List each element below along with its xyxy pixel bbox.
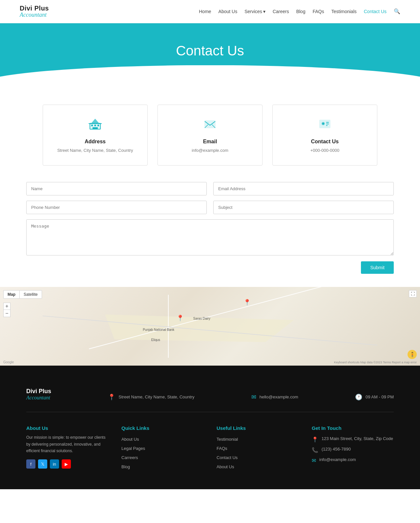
address-detail: Street Name, City Name, State, Country (53, 147, 137, 154)
nav-services[interactable]: Services ▾ (244, 9, 265, 14)
map-zoom-controls: + − (3, 303, 10, 317)
contact-card: Contact Us +000-000-0000 (272, 105, 377, 166)
contact-icon (283, 117, 367, 134)
footer-top-bar: Divi Plus Accountant 📍 Street Name, City… (26, 382, 394, 412)
svg-rect-8 (205, 121, 215, 128)
clock-icon: 🕐 (355, 393, 362, 401)
linkedin-button[interactable]: in (50, 459, 59, 469)
list-item: Contact Us (217, 454, 299, 460)
useful-link-testimonial[interactable]: Testimonial (217, 437, 238, 442)
useful-link-contact[interactable]: Contact Us (217, 455, 238, 460)
location-icon: 📍 (108, 393, 115, 401)
map-tabs: Map Satellite (3, 290, 42, 299)
chevron-down-icon: ▾ (263, 9, 265, 14)
map-watermark: Google (3, 360, 14, 364)
footer-about-col: About Us Our mission is simple: to empow… (26, 425, 108, 473)
address-title: Address (53, 139, 137, 145)
map-section: Map Satellite + − 📍 📍 Saras Dairy Punjab… (0, 287, 420, 366)
hero-title: Contact Us (7, 43, 413, 59)
map-label-saras: Saras Dairy (193, 317, 210, 320)
site-header: Divi Plus Accountant Home About Us Servi… (0, 0, 420, 23)
message-input[interactable] (26, 219, 394, 255)
contact-title: Contact Us (283, 139, 367, 145)
footer-get-in-touch-title: Get In Touch (312, 425, 394, 431)
map-pin-1: 📍 (177, 314, 184, 322)
zoom-out-button[interactable]: − (3, 310, 10, 317)
footer-email-text: hello@example.com (260, 394, 298, 399)
footer-hours-text: 09 AM - 09 PM (366, 394, 394, 399)
map-tab-map[interactable]: Map (3, 290, 20, 299)
logo-sub: Accountant (20, 12, 49, 18)
nav-testimonials[interactable]: Testimonials (331, 9, 357, 14)
logo-name: Divi Plus (20, 5, 49, 12)
list-item: FAQs (217, 445, 299, 451)
footer-contact-address: 📍 123 Main Street, City, State, Zip Code (312, 436, 394, 443)
list-item: Testimonial (217, 436, 299, 442)
contact-form: Submit (26, 182, 394, 274)
address-icon (53, 117, 137, 134)
footer-contact-email: ✉ info@example.com (312, 457, 394, 464)
email-detail: info@example.com (168, 147, 252, 154)
useful-link-about[interactable]: About Us (217, 464, 234, 469)
logo[interactable]: Divi Plus Accountant (20, 5, 49, 18)
contact-form-section: Submit (0, 179, 420, 287)
facebook-button[interactable]: f (26, 459, 35, 469)
subject-input[interactable] (213, 201, 394, 214)
map-fullscreen-button[interactable]: ⛶ (409, 290, 417, 297)
quick-link-blog[interactable]: Blog (121, 464, 130, 469)
nav-about[interactable]: About Us (219, 9, 238, 14)
footer-logo-sub: Accountant (26, 395, 51, 401)
name-input[interactable] (26, 182, 207, 195)
quick-link-careers[interactable]: Carreers (121, 455, 138, 460)
hero-wave (0, 65, 420, 85)
quick-link-about[interactable]: About Us (121, 437, 139, 442)
nav-blog[interactable]: Blog (296, 9, 305, 14)
form-row-2 (26, 201, 394, 214)
list-item: Carreers (121, 454, 203, 460)
phone-input[interactable] (26, 201, 207, 214)
svg-marker-6 (91, 119, 99, 123)
mail-icon: ✉ (312, 457, 316, 464)
form-row-1 (26, 182, 394, 195)
nav-contact[interactable]: Contact Us (364, 9, 387, 14)
envelope-icon: ✉ (251, 393, 256, 401)
footer-quick-links-title: Quick Links (121, 425, 203, 431)
submit-row: Submit (26, 261, 394, 274)
footer-useful-links-col: Useful Links Testimonial FAQs Contact Us… (217, 425, 299, 473)
footer-get-in-touch-col: Get In Touch 📍 123 Main Street, City, St… (312, 425, 394, 473)
map-label-eliqus: Eliqus (151, 338, 160, 342)
footer-social: f 𝕏 in ▶ (26, 459, 108, 469)
nav-faqs[interactable]: FAQs (313, 9, 324, 14)
contact-cards: Address Street Name, City Name, State, C… (0, 85, 420, 179)
footer-about-text: Our mission is simple: to empower our cl… (26, 434, 108, 454)
contact-detail: +000-000-0000 (283, 147, 367, 154)
youtube-button[interactable]: ▶ (62, 459, 71, 469)
phone-icon: 📞 (312, 447, 318, 453)
zoom-in-button[interactable]: + (3, 303, 10, 310)
email-input[interactable] (213, 182, 394, 195)
footer-useful-links-list: Testimonial FAQs Contact Us About Us (217, 436, 299, 470)
search-icon[interactable]: 🔍 (394, 8, 400, 14)
svg-rect-7 (89, 123, 102, 124)
footer-top-email: ✉ hello@example.com (251, 393, 298, 401)
nav-home[interactable]: Home (199, 9, 211, 14)
nav-careers[interactable]: Careers (273, 9, 289, 14)
twitter-button[interactable]: 𝕏 (38, 459, 47, 469)
list-item: Blog (121, 464, 203, 470)
quick-link-legal[interactable]: Legal Pages (121, 446, 145, 451)
submit-button[interactable]: Submit (361, 261, 394, 274)
footer-top-hours: 🕐 09 AM - 09 PM (355, 393, 394, 401)
list-item: About Us (217, 464, 299, 470)
svg-rect-3 (94, 125, 96, 126)
main-nav: Home About Us Services ▾ Careers Blog FA… (199, 8, 400, 14)
svg-rect-2 (91, 125, 93, 126)
map-tab-satellite[interactable]: Satellite (20, 290, 42, 299)
footer-logo: Divi Plus Accountant (26, 388, 51, 406)
list-item: About Us (121, 436, 203, 442)
useful-link-faqs[interactable]: FAQs (217, 446, 227, 451)
pin-icon: 📍 (312, 436, 318, 443)
footer-contact-phone-text: (123) 456-7890 (322, 447, 351, 452)
email-title: Email (168, 139, 252, 145)
footer-quick-links-list: About Us Legal Pages Carreers Blog (121, 436, 203, 470)
svg-rect-5 (93, 127, 98, 129)
